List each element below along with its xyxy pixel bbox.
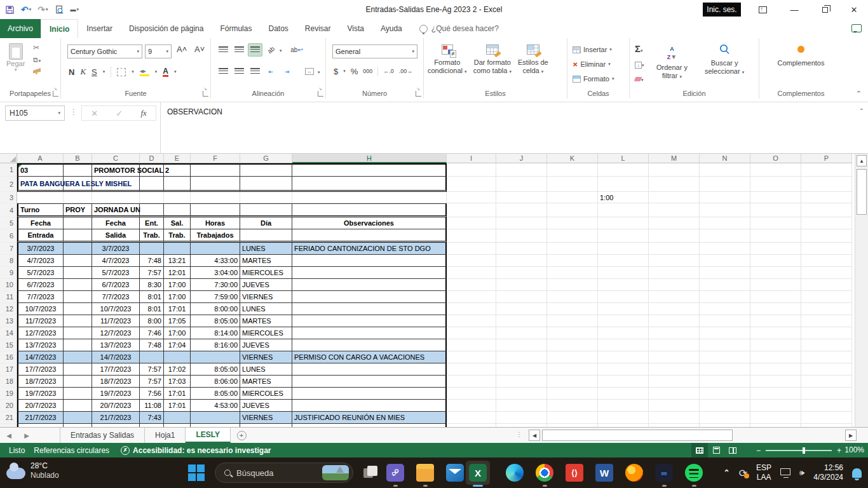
- hidden-icons-chevron[interactable]: ⌃: [724, 468, 730, 477]
- cell-F17[interactable]: 8:05:00: [191, 363, 240, 376]
- borders-button[interactable]: [117, 68, 126, 76]
- cell-F2[interactable]: [191, 177, 240, 192]
- row-header-7[interactable]: 7: [0, 243, 17, 255]
- cell-O18[interactable]: [750, 376, 801, 388]
- cell-G11[interactable]: VIERNES: [240, 291, 292, 303]
- underline-button[interactable]: S: [92, 67, 97, 77]
- cell-G4[interactable]: [240, 203, 292, 217]
- cell-I7[interactable]: [447, 243, 496, 255]
- cell-O20[interactable]: [750, 400, 801, 412]
- cell-O12[interactable]: [750, 303, 801, 315]
- autosum-button[interactable]: Σ▾: [635, 43, 644, 55]
- cell-N5[interactable]: [700, 217, 750, 229]
- cell-A21[interactable]: 21/7/2023: [17, 412, 64, 424]
- cell-H17[interactable]: [292, 363, 447, 376]
- cell-E8[interactable]: 13:21: [164, 255, 191, 267]
- cell-P14[interactable]: [801, 327, 852, 339]
- clock[interactable]: 12:564/3/2024: [813, 463, 843, 482]
- cell-K14[interactable]: [547, 327, 598, 339]
- paste-button[interactable]: Pegar ▾: [6, 43, 25, 72]
- tab-disposición-de-página[interactable]: Disposición de página: [121, 19, 212, 38]
- row-header-3[interactable]: 3: [0, 192, 17, 203]
- zoom-percentage[interactable]: 100%: [844, 443, 864, 458]
- cell-I11[interactable]: [447, 291, 496, 303]
- align-middle-button[interactable]: [232, 43, 247, 57]
- cell-L16[interactable]: [598, 351, 649, 363]
- cell-P4[interactable]: [801, 203, 852, 217]
- cell-J21[interactable]: [496, 412, 547, 424]
- cell-H6[interactable]: [292, 229, 447, 243]
- cell-J8[interactable]: [496, 255, 547, 267]
- cell-K5[interactable]: [547, 217, 598, 229]
- collapse-formula-bar-icon[interactable]: ⌃: [859, 107, 864, 114]
- cell-G18[interactable]: MARTES: [240, 376, 292, 388]
- cell-D6[interactable]: Trab.: [140, 229, 164, 243]
- cell-L10[interactable]: [598, 279, 649, 291]
- cell-L18[interactable]: [598, 376, 649, 388]
- comments-icon[interactable]: [851, 24, 862, 32]
- cut-icon[interactable]: ✂: [33, 43, 41, 52]
- cell-L6[interactable]: [598, 229, 649, 243]
- column-header-P[interactable]: P: [801, 154, 852, 163]
- font-name-select[interactable]: Century Gothic▾: [67, 44, 142, 58]
- cell-I18[interactable]: [447, 376, 496, 388]
- cell-B12[interactable]: [64, 303, 92, 315]
- cell-M19[interactable]: [649, 388, 700, 400]
- cell-F12[interactable]: 8:00:00: [191, 303, 240, 315]
- print-preview-icon[interactable]: [55, 5, 64, 15]
- normal-view-button[interactable]: [691, 443, 708, 458]
- column-header-L[interactable]: L: [598, 154, 649, 163]
- fill-color-button[interactable]: ◂▸: [140, 67, 149, 76]
- cell-J12[interactable]: [496, 303, 547, 315]
- pdf-app-icon[interactable]: ⟨⟩: [566, 464, 583, 482]
- column-header-C[interactable]: C: [92, 154, 140, 163]
- tab-revisar[interactable]: Revisar: [297, 19, 339, 38]
- find-select-button[interactable]: Buscar yseleccionar ▾: [705, 43, 744, 76]
- cell-N7[interactable]: [700, 243, 750, 255]
- cell-P9[interactable]: [801, 267, 852, 279]
- start-button[interactable]: [188, 464, 205, 481]
- cell-E14[interactable]: 17:00: [164, 327, 191, 339]
- cell-O16[interactable]: [750, 351, 801, 363]
- cell-I9[interactable]: [447, 267, 496, 279]
- cell-N18[interactable]: [700, 376, 750, 388]
- cell-J5[interactable]: [496, 217, 547, 229]
- zoom-out-icon[interactable]: −: [756, 446, 761, 455]
- cell-I15[interactable]: [447, 339, 496, 351]
- cell-D18[interactable]: 7:57: [140, 376, 164, 388]
- cell-F11[interactable]: 7:59:00: [191, 291, 240, 303]
- cell-H21[interactable]: JUSTIFICADO REUNIÓN EN MIES: [292, 412, 447, 424]
- sign-in-button[interactable]: Inic. ses.: [703, 3, 741, 17]
- column-header-I[interactable]: I: [447, 154, 496, 163]
- cell-J14[interactable]: [496, 327, 547, 339]
- cell-E4[interactable]: [164, 203, 191, 217]
- cell-P7[interactable]: [801, 243, 852, 255]
- format-painter-icon[interactable]: [33, 68, 41, 74]
- cell-D15[interactable]: 7:48: [140, 339, 164, 351]
- cell-H12[interactable]: [292, 303, 447, 315]
- customize-quick-access-icon[interactable]: ▬▾: [71, 6, 79, 13]
- cell-E3[interactable]: [164, 192, 191, 203]
- column-header-M[interactable]: M: [649, 154, 700, 163]
- cell-I8[interactable]: [447, 255, 496, 267]
- cell-O8[interactable]: [750, 255, 801, 267]
- cell-P15[interactable]: [801, 339, 852, 351]
- row-header-12[interactable]: 12: [0, 303, 17, 315]
- column-header-G[interactable]: G: [240, 154, 292, 163]
- row-header-17[interactable]: 17: [0, 363, 17, 376]
- cell-B14[interactable]: [64, 327, 92, 339]
- cell-A9[interactable]: 5/7/2023: [17, 267, 64, 279]
- row-header-5[interactable]: 5: [0, 217, 17, 229]
- cell-N13[interactable]: [700, 315, 750, 327]
- cell-M12[interactable]: [649, 303, 700, 315]
- cell-G14[interactable]: MIERCOLES: [240, 327, 292, 339]
- column-header-F[interactable]: F: [191, 154, 240, 163]
- align-left-button[interactable]: [216, 65, 231, 78]
- cell-N17[interactable]: [700, 363, 750, 376]
- notifications-bell-icon[interactable]: [852, 468, 862, 478]
- close-button[interactable]: ✕: [840, 0, 868, 19]
- cell-A16[interactable]: 14/7/2023: [17, 351, 64, 363]
- task-view-button[interactable]: [363, 466, 379, 480]
- cell-P1[interactable]: [801, 163, 852, 177]
- cell-M15[interactable]: [649, 339, 700, 351]
